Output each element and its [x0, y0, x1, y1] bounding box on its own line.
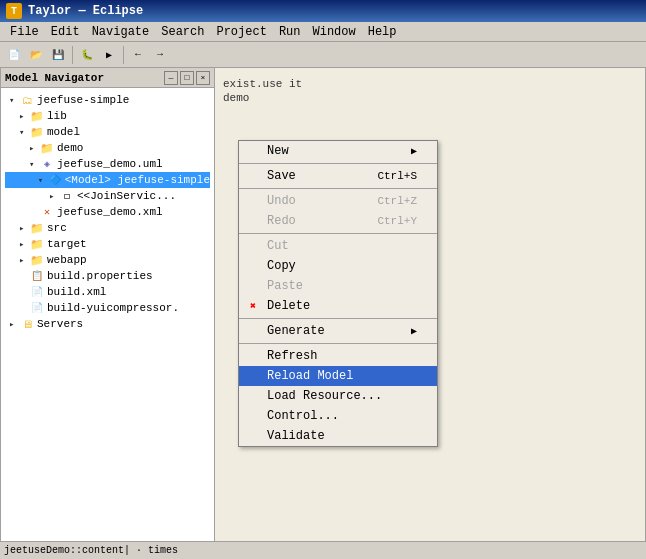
status-text: jeetuseDemo::content| · times — [4, 545, 178, 556]
ctx-item-validate[interactable]: Validate — [239, 426, 437, 446]
folder-icon: 📁 — [29, 125, 45, 139]
toolbar-btn-new[interactable]: 📄 — [4, 45, 24, 65]
panel-minimize-btn[interactable]: — — [164, 71, 178, 85]
ctx-item-label: Control... — [267, 409, 339, 423]
tree-item-joinservice[interactable]: ▸ ◻ <<JoinServic... — [5, 188, 210, 204]
tree-label: target — [47, 238, 87, 250]
tree-label: lib — [47, 110, 67, 122]
tree-arrow[interactable]: ▾ — [38, 175, 48, 186]
menu-item-project[interactable]: Project — [210, 23, 272, 41]
folder-icon: 📁 — [29, 253, 45, 267]
right-text-2: demo — [223, 92, 637, 104]
tree-arrow[interactable]: ▾ — [9, 95, 19, 106]
ctx-item-label: Reload Model — [267, 369, 353, 383]
toolbar-btn-forward[interactable]: → — [150, 45, 170, 65]
menu-bar: FileEditNavigateSearchProjectRunWindowHe… — [0, 22, 646, 42]
panel-close-btn[interactable]: × — [196, 71, 210, 85]
tree-label: build.xml — [47, 286, 106, 298]
ctx-item-cut[interactable]: Cut — [239, 236, 437, 256]
tree-arrow[interactable]: ▸ — [9, 319, 19, 330]
folder-icon: 📁 — [39, 141, 55, 155]
ctx-item-reload-model[interactable]: Reload Model — [239, 366, 437, 386]
model-navigator-panel: Model Navigator — □ × ▾ 🗂 jeefuse-simple… — [0, 68, 215, 559]
toolbar-btn-back[interactable]: ← — [128, 45, 148, 65]
tree-item-build-properties[interactable]: 📋 build.properties — [5, 268, 210, 284]
panel-maximize-btn[interactable]: □ — [180, 71, 194, 85]
tree-arrow[interactable]: ▸ — [29, 143, 39, 154]
tree-arrow[interactable]: ▸ — [49, 191, 59, 202]
ctx-separator-2 — [239, 188, 437, 189]
folder-icon: 📁 — [29, 237, 45, 251]
ctx-separator-1 — [239, 163, 437, 164]
ctx-item-label: Undo — [267, 194, 296, 208]
tree-arrow[interactable]: ▸ — [19, 223, 29, 234]
ctx-item-label: Redo — [267, 214, 296, 228]
submenu-arrow-icon: ▶ — [411, 145, 417, 157]
tree-item-jeefuse-simple[interactable]: ▾ 🗂 jeefuse-simple — [5, 92, 210, 108]
tree-item-demo[interactable]: ▸ 📁 demo — [5, 140, 210, 156]
ctx-item-save[interactable]: Save Ctrl+S — [239, 166, 437, 186]
ctx-item-label: New — [267, 144, 289, 158]
ctx-item-new[interactable]: New ▶ — [239, 141, 437, 161]
tree-label: webapp — [47, 254, 87, 266]
tree-item-lib[interactable]: ▸ 📁 lib — [5, 108, 210, 124]
ctx-item-label: Generate — [267, 324, 325, 338]
menu-item-help[interactable]: Help — [362, 23, 403, 41]
ctx-item-undo[interactable]: Undo Ctrl+Z — [239, 191, 437, 211]
ctx-item-redo[interactable]: Redo Ctrl+Y — [239, 211, 437, 231]
tree-arrow[interactable]: ▾ — [29, 159, 39, 170]
tree-arrow[interactable]: ▸ — [19, 255, 29, 266]
ctx-item-control[interactable]: Control... — [239, 406, 437, 426]
tree-item-src[interactable]: ▸ 📁 src — [5, 220, 210, 236]
ctx-item-refresh[interactable]: Refresh — [239, 346, 437, 366]
tree-item-model-jeefuse-simple[interactable]: ▾ 🔷 <Model> jeefuse-simple — [5, 172, 210, 188]
menu-item-edit[interactable]: Edit — [45, 23, 86, 41]
toolbar-separator-2 — [123, 46, 124, 64]
ctx-item-paste[interactable]: Paste — [239, 276, 437, 296]
toolbar-btn-open[interactable]: 📂 — [26, 45, 46, 65]
toolbar: 📄 📂 💾 🐛 ▶ ← → — [0, 42, 646, 68]
menu-item-file[interactable]: File — [4, 23, 45, 41]
ctx-item-copy[interactable]: Copy — [239, 256, 437, 276]
menu-item-run[interactable]: Run — [273, 23, 307, 41]
ctx-item-load-resource[interactable]: Load Resource... — [239, 386, 437, 406]
ctx-shortcut-undo: Ctrl+Z — [377, 195, 417, 207]
tree-arrow[interactable]: ▾ — [19, 127, 29, 138]
xml-icon: ✕ — [39, 205, 55, 219]
tree-item-build-yui[interactable]: 📄 build-yuicompressor. — [5, 300, 210, 316]
submenu-arrow-icon: ▶ — [411, 325, 417, 337]
menu-item-navigate[interactable]: Navigate — [86, 23, 156, 41]
tree-arrow[interactable]: ▸ — [19, 239, 29, 250]
tree-label: jeefuse_demo.uml — [57, 158, 163, 170]
toolbar-btn-debug[interactable]: 🐛 — [77, 45, 97, 65]
properties-icon: 📋 — [29, 269, 45, 283]
ctx-separator-5 — [239, 343, 437, 344]
tree-item-webapp[interactable]: ▸ 📁 webapp — [5, 252, 210, 268]
tree-item-model[interactable]: ▾ 📁 model — [5, 124, 210, 140]
ctx-item-delete[interactable]: ✖ Delete — [239, 296, 437, 316]
tree-label: jeefuse_demo.xml — [57, 206, 163, 218]
tree-label: model — [47, 126, 80, 138]
menu-item-window[interactable]: Window — [306, 23, 361, 41]
tree-item-xml[interactable]: ✕ jeefuse_demo.xml — [5, 204, 210, 220]
tree-arrow[interactable]: ▸ — [19, 111, 29, 122]
toolbar-btn-save[interactable]: 💾 — [48, 45, 68, 65]
toolbar-separator-1 — [72, 46, 73, 64]
yui-icon: 📄 — [29, 301, 45, 315]
tree-label: src — [47, 222, 67, 234]
menu-item-search[interactable]: Search — [155, 23, 210, 41]
xml-file-icon: 📄 — [29, 285, 45, 299]
tree-item-servers[interactable]: ▸ 🖥 Servers — [5, 316, 210, 332]
ctx-item-label: Save — [267, 169, 296, 183]
tree-item-target[interactable]: ▸ 📁 target — [5, 236, 210, 252]
folder-icon: 📁 — [29, 109, 45, 123]
delete-icon: ✖ — [245, 298, 261, 314]
tree-label: Servers — [37, 318, 83, 330]
uml-icon: ◈ — [39, 157, 55, 171]
toolbar-btn-run[interactable]: ▶ — [99, 45, 119, 65]
tree-item-build-xml[interactable]: 📄 build.xml — [5, 284, 210, 300]
window-title: Taylor — Eclipse — [28, 4, 143, 18]
model-icon: 🔷 — [47, 173, 62, 187]
tree-item-uml[interactable]: ▾ ◈ jeefuse_demo.uml — [5, 156, 210, 172]
ctx-item-generate[interactable]: Generate ▶ — [239, 321, 437, 341]
